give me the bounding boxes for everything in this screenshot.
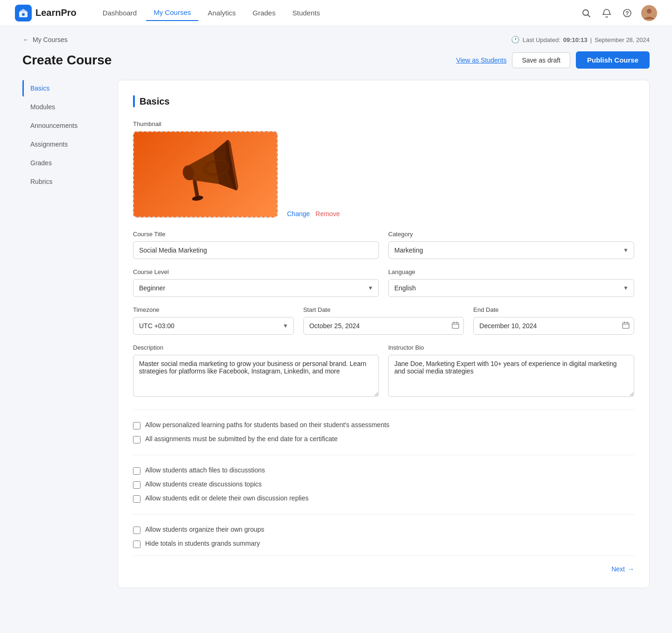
thumbnail-box xyxy=(133,131,278,218)
checkbox-organize-groups: Allow students organize their own groups xyxy=(133,526,634,534)
remove-thumbnail-button[interactable]: Remove xyxy=(315,210,340,218)
checkbox-edit-replies-input[interactable] xyxy=(133,495,140,503)
thumbnail-wrapper: Change Remove xyxy=(133,131,634,218)
course-level-select-wrapper: Beginner Intermediate Advanced ▼ xyxy=(133,279,379,297)
category-group: Category Marketing Business Technology D… xyxy=(388,231,634,259)
breadcrumb-bar: ← My Courses 🕐 Last Updated: 09:10:13 | … xyxy=(0,26,672,48)
thumbnail-section: Thumbnail xyxy=(133,120,634,218)
checkbox-group-2: Allow students attach files to discussti… xyxy=(133,466,634,503)
save-draft-button[interactable]: Save as draft xyxy=(512,52,570,68)
search-icon[interactable] xyxy=(580,7,593,20)
divider-1 xyxy=(133,409,634,410)
nav-my-courses[interactable]: My Courses xyxy=(146,5,198,21)
nav-dashboard[interactable]: Dashboard xyxy=(95,5,144,21)
breadcrumb[interactable]: ← My Courses xyxy=(22,36,68,43)
thumbnail-actions: Change Remove xyxy=(287,210,340,218)
svg-point-2 xyxy=(22,13,25,16)
checkbox-hide-totals-input[interactable] xyxy=(133,541,140,548)
course-level-label: Course Level xyxy=(133,268,379,275)
course-title-input[interactable] xyxy=(133,241,379,259)
checkbox-attach-files-input[interactable] xyxy=(133,467,140,475)
svg-rect-12 xyxy=(193,179,200,198)
checkbox-assignments-end-date-input[interactable] xyxy=(133,436,140,443)
language-select-wrapper: English Spanish French German ▼ xyxy=(388,279,634,297)
category-label: Category xyxy=(388,231,634,238)
clock-icon: 🕐 xyxy=(511,35,520,44)
logo-icon xyxy=(15,5,32,21)
view-as-students-button[interactable]: View as Students xyxy=(456,56,507,64)
sidebar-item-assignments[interactable]: Assignments xyxy=(22,136,106,153)
nav-icons: ? xyxy=(580,5,657,21)
nav-links: Dashboard My Courses Analytics Grades St… xyxy=(95,5,580,21)
start-date-label: Start Date xyxy=(303,306,464,313)
publish-course-button[interactable]: Publish Course xyxy=(576,51,650,69)
header-actions: View as Students Save as draft Publish C… xyxy=(456,51,650,69)
category-select[interactable]: Marketing Business Technology Design xyxy=(388,241,634,259)
sidebar-item-basics[interactable]: Basics xyxy=(22,80,106,97)
timezone-label: Timezone xyxy=(133,306,294,313)
end-date-input[interactable] xyxy=(473,317,634,335)
language-group: Language English Spanish French German ▼ xyxy=(388,268,634,297)
back-arrow-icon: ← xyxy=(22,36,29,43)
description-textarea[interactable]: Master social media marketing to grow yo… xyxy=(133,355,379,397)
description-label: Description xyxy=(133,344,379,351)
checkbox-personalized-learning-label: Allow personalized learning paths for st… xyxy=(145,421,389,429)
checkbox-attach-files-label: Allow students attach files to discussti… xyxy=(145,466,265,474)
notification-icon[interactable] xyxy=(600,7,613,20)
svg-point-8 xyxy=(647,9,651,14)
separator: | xyxy=(590,36,592,43)
divider-2 xyxy=(133,455,634,455)
course-level-language-row: Course Level Beginner Intermediate Advan… xyxy=(133,268,634,297)
language-select[interactable]: English Spanish French German xyxy=(388,279,634,297)
course-title-category-row: Course Title Category Marketing Business… xyxy=(133,231,634,259)
next-button[interactable]: Next → xyxy=(611,565,634,573)
instructor-bio-textarea[interactable]: Jane Doe, Marketing Expert with 10+ year… xyxy=(388,355,634,397)
checkbox-edit-replies: Allow students edit or delete their own … xyxy=(133,494,634,503)
timezone-group: Timezone UTC +03:00 UTC +00:00 UTC -05:0… xyxy=(133,306,294,335)
course-title-group: Course Title xyxy=(133,231,379,259)
checkbox-organize-groups-input[interactable] xyxy=(133,527,140,534)
start-date-group: Start Date xyxy=(303,306,464,335)
checkbox-personalized-learning-input[interactable] xyxy=(133,422,140,429)
thumbnail-image xyxy=(134,132,277,217)
last-updated-label: Last Updated: xyxy=(523,36,560,43)
logo-text: LearnPro xyxy=(35,7,77,18)
avatar[interactable] xyxy=(641,5,657,21)
checkbox-assignments-end-date: All assignments must be submitted by the… xyxy=(133,435,634,443)
checkbox-group-1: Allow personalized learning paths for st… xyxy=(133,421,634,443)
checkbox-personalized-learning: Allow personalized learning paths for st… xyxy=(133,421,634,429)
content-layout: Basics Modules Announcements Assignments… xyxy=(0,80,672,611)
thumbnail-label: Thumbnail xyxy=(133,120,634,127)
description-group: Description Master social media marketin… xyxy=(133,344,379,398)
start-date-input[interactable] xyxy=(303,317,464,335)
sidebar-item-announcements[interactable]: Announcements xyxy=(22,117,106,134)
main-content: Basics Thumbnail xyxy=(118,80,650,588)
nav-students[interactable]: Students xyxy=(285,5,327,21)
course-level-select[interactable]: Beginner Intermediate Advanced xyxy=(133,279,379,297)
nav-grades[interactable]: Grades xyxy=(245,5,283,21)
checkbox-create-discussions-label: Allow students create discussions topics xyxy=(145,480,262,488)
breadcrumb-label: My Courses xyxy=(33,36,68,43)
sidebar-item-modules[interactable]: Modules xyxy=(22,98,106,115)
checkbox-create-discussions: Allow students create discussions topics xyxy=(133,480,634,489)
divider-3 xyxy=(133,514,634,514)
sidebar-item-rubrics[interactable]: Rubrics xyxy=(22,173,106,190)
start-date-wrapper xyxy=(303,317,464,335)
checkbox-edit-replies-label: Allow students edit or delete their own … xyxy=(145,494,308,502)
help-icon[interactable]: ? xyxy=(621,7,634,20)
form-footer: Next → xyxy=(133,556,634,573)
page-title: Create Course xyxy=(22,53,112,68)
sidebar-item-grades[interactable]: Grades xyxy=(22,155,106,171)
sidebar: Basics Modules Announcements Assignments… xyxy=(22,80,106,588)
change-thumbnail-button[interactable]: Change xyxy=(287,210,310,218)
svg-text:?: ? xyxy=(625,10,629,17)
nav-analytics[interactable]: Analytics xyxy=(200,5,243,21)
course-level-group: Course Level Beginner Intermediate Advan… xyxy=(133,268,379,297)
section-bar xyxy=(133,95,135,107)
svg-marker-1 xyxy=(19,9,28,12)
last-updated-time: 09:10:13 xyxy=(563,36,588,43)
timezone-select[interactable]: UTC +03:00 UTC +00:00 UTC -05:00 xyxy=(133,317,294,335)
logo[interactable]: LearnPro xyxy=(15,5,77,21)
timezone-dates-row: Timezone UTC +03:00 UTC +00:00 UTC -05:0… xyxy=(133,306,634,335)
checkbox-create-discussions-input[interactable] xyxy=(133,481,140,489)
